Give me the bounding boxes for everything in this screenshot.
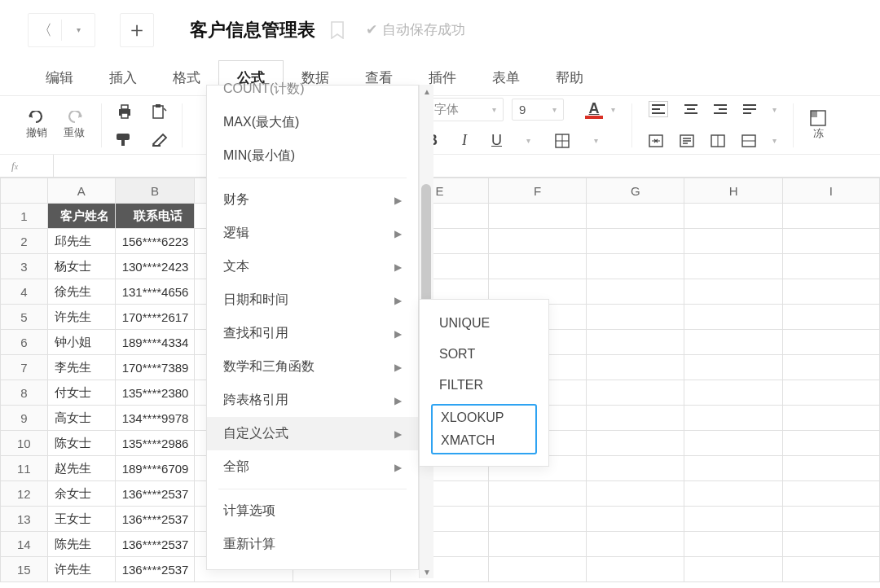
caret-down-icon[interactable]: ▾ [772, 136, 777, 145]
merge-cells-button[interactable] [649, 134, 663, 147]
cell[interactable] [782, 355, 879, 380]
cell[interactable] [684, 507, 782, 532]
format-painter-icon[interactable] [115, 132, 133, 147]
cell[interactable] [782, 456, 879, 481]
cell[interactable] [684, 254, 782, 279]
formula-category[interactable]: 数学和三角函数▶ [207, 350, 418, 384]
align-center-button[interactable] [684, 103, 697, 115]
cell[interactable] [684, 380, 782, 406]
menu-表单[interactable]: 表单 [474, 60, 538, 95]
cell[interactable] [782, 532, 879, 557]
formula-item[interactable]: MAX(最大值) [207, 106, 418, 139]
cell[interactable]: 赵先生 [47, 456, 115, 481]
col-header-F[interactable]: F [489, 178, 587, 204]
cell[interactable] [782, 330, 879, 355]
cell[interactable] [684, 305, 782, 330]
cell[interactable]: 邱先生 [47, 229, 115, 254]
menu-编辑[interactable]: 编辑 [28, 60, 91, 95]
bookmark-icon[interactable] [330, 21, 345, 39]
align-justify-button[interactable] [743, 103, 756, 115]
cell[interactable]: 陈先生 [47, 532, 115, 557]
formula-category[interactable]: 文本▶ [207, 250, 418, 283]
cell[interactable]: 135****2986 [115, 431, 195, 456]
custom-formula-item[interactable]: SORT [420, 339, 548, 370]
cell[interactable] [684, 456, 782, 481]
cell[interactable] [587, 557, 684, 582]
select-all-corner[interactable] [1, 178, 48, 204]
cell[interactable] [587, 406, 684, 431]
row-header[interactable]: 14 [1, 532, 48, 557]
cell[interactable]: 156****6223 [115, 229, 195, 254]
row-header[interactable]: 2 [1, 229, 48, 254]
text-rotation-button[interactable] [711, 134, 725, 147]
formula-category[interactable]: 日期和时间▶ [207, 283, 418, 317]
nav-dropdown-button[interactable]: ▾ [62, 14, 95, 46]
formula-input[interactable] [54, 155, 880, 177]
cell[interactable] [782, 204, 879, 229]
cell[interactable] [684, 229, 782, 254]
cell[interactable] [587, 481, 684, 507]
cell[interactable] [782, 305, 879, 330]
cell[interactable] [684, 481, 782, 507]
formula-category[interactable]: 自定义公式▶ [207, 417, 418, 450]
cell[interactable] [587, 204, 684, 229]
row-header[interactable]: 3 [1, 254, 48, 279]
cell[interactable] [587, 330, 684, 355]
align-right-button[interactable] [714, 103, 727, 115]
cell[interactable] [684, 279, 782, 305]
cell[interactable]: 王女士 [47, 507, 115, 532]
row-header[interactable]: 9 [1, 406, 48, 431]
tool-redo[interactable]: 重做 [55, 96, 93, 154]
cell-format-button[interactable] [741, 134, 756, 147]
print-icon[interactable] [117, 103, 133, 120]
col-header-G[interactable]: G [587, 178, 684, 204]
row-header[interactable]: 7 [1, 355, 48, 380]
formula-item[interactable]: 计算选项 [207, 494, 418, 528]
formula-category[interactable]: 财务▶ [207, 183, 418, 217]
caret-down-icon[interactable]: ▾ [594, 136, 598, 145]
row-header[interactable]: 12 [1, 481, 48, 507]
cell[interactable] [782, 229, 879, 254]
cell[interactable]: 付女士 [47, 380, 115, 406]
formula-category[interactable]: 逻辑▶ [207, 217, 418, 250]
underline-button[interactable]: U [491, 132, 502, 149]
cell[interactable] [489, 507, 587, 532]
cell[interactable] [587, 229, 684, 254]
cell[interactable]: 李先生 [47, 355, 115, 380]
row-header[interactable]: 10 [1, 431, 48, 456]
cell[interactable] [489, 204, 587, 229]
cell[interactable]: 170****7389 [115, 355, 195, 380]
cell[interactable] [684, 204, 782, 229]
row-header[interactable]: 4 [1, 279, 48, 305]
row-header[interactable]: 8 [1, 380, 48, 406]
cell[interactable] [587, 279, 684, 305]
nav-back-button[interactable]: 〈 [29, 14, 61, 46]
cell[interactable] [587, 507, 684, 532]
caret-down-icon[interactable]: ▾ [772, 105, 777, 114]
clear-format-icon[interactable] [151, 132, 169, 147]
cell[interactable]: 131****4656 [115, 279, 195, 305]
cell[interactable] [782, 406, 879, 431]
col-header-H[interactable]: H [684, 178, 782, 204]
row-header[interactable]: 11 [1, 456, 48, 481]
cell[interactable] [587, 380, 684, 406]
borders-button[interactable] [555, 134, 570, 148]
formula-category[interactable]: 全部▶ [207, 450, 418, 484]
custom-formula-item[interactable]: XMATCH [441, 433, 527, 448]
wrap-text-button[interactable] [680, 134, 694, 147]
cell[interactable]: 余女士 [47, 481, 115, 507]
cell[interactable]: 许先生 [47, 305, 115, 330]
cell[interactable]: 钟小姐 [47, 330, 115, 355]
cell[interactable] [489, 557, 587, 582]
tool-undo[interactable]: 撤销 [18, 96, 55, 154]
paste-icon[interactable] [151, 103, 167, 120]
cell[interactable] [782, 431, 879, 456]
cell[interactable] [489, 532, 587, 557]
scroll-up-arrow-icon[interactable]: ▲ [420, 85, 434, 98]
align-left-button[interactable] [649, 101, 668, 117]
tool-freeze[interactable]: 冻 [802, 96, 834, 154]
row-header[interactable]: 15 [1, 557, 48, 582]
cell[interactable] [782, 481, 879, 507]
row-header[interactable]: 5 [1, 305, 48, 330]
col-header-B[interactable]: B [115, 178, 195, 204]
